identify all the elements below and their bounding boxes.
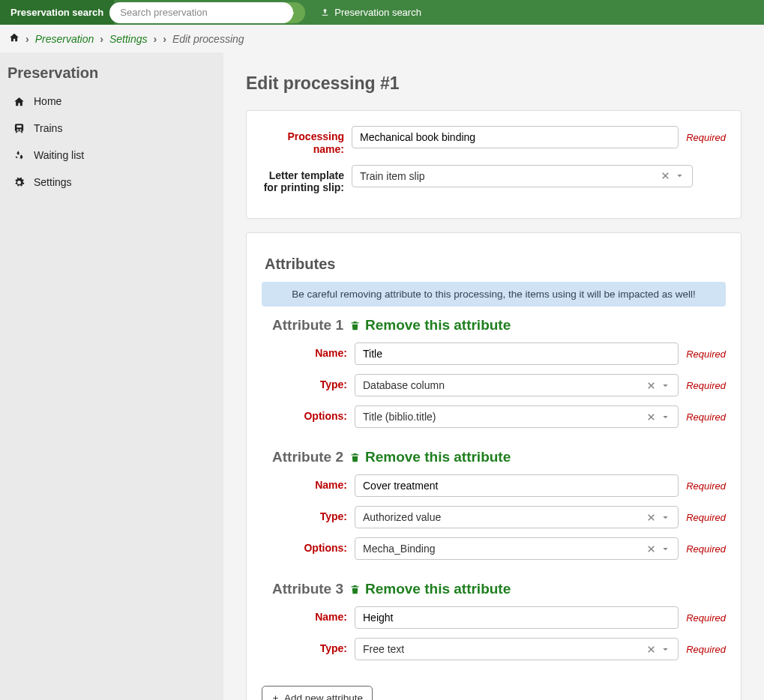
sidebar-item-waiting-list[interactable]: Waiting list	[0, 142, 223, 169]
close-icon[interactable]	[646, 381, 656, 390]
attribute-name-input[interactable]	[355, 474, 679, 497]
required-text: Required	[686, 380, 726, 391]
attributes-heading: Attributes	[265, 256, 726, 273]
sidebar-item-label: Home	[34, 95, 61, 107]
label-name: Name:	[272, 474, 355, 492]
attribute-type-select[interactable]: Authorized value	[355, 506, 679, 528]
attribute-heading: Attribute 1	[272, 317, 343, 334]
preservation-search-link-label: Preservation search	[334, 7, 421, 18]
attribute-form: Name: Required Type: Free text	[272, 606, 726, 660]
close-icon[interactable]	[661, 171, 670, 181]
sidebar-title: Preservation	[0, 64, 223, 88]
plus-icon	[271, 694, 280, 700]
letter-template-select[interactable]: Train item slip	[352, 165, 693, 187]
home-icon	[9, 32, 19, 43]
breadcrumb-sep: ›	[154, 33, 157, 45]
remove-attribute-link[interactable]: Remove this attribute	[349, 317, 511, 334]
breadcrumb-settings-link[interactable]: Settings	[109, 33, 148, 45]
panel-basic: Processing name: Required Letter templat…	[246, 110, 742, 219]
label-processing-name: Processing name:	[262, 126, 352, 156]
sidebar-item-label: Waiting list	[34, 149, 84, 161]
breadcrumb-current: Edit processing	[172, 33, 244, 45]
chevron-down-icon[interactable]	[661, 544, 670, 554]
select-value: Title (biblio.title)	[363, 411, 436, 423]
label-letter-template: Letter template for printing slip:	[262, 165, 352, 195]
gear-icon	[13, 177, 25, 188]
required-text: Required	[686, 132, 726, 143]
required-text: Required	[686, 349, 726, 360]
label-type: Type:	[272, 374, 355, 391]
attribute-options-select[interactable]: Title (biblio.title)	[355, 405, 679, 428]
attribute-heading: Attribute 3	[272, 581, 343, 597]
sidebar-item-label: Trains	[34, 122, 62, 134]
attribute-form: Name: Required Type: Authorized value	[272, 474, 726, 560]
required-text: Required	[686, 480, 726, 492]
required-text: Required	[686, 644, 726, 655]
add-new-attribute-button[interactable]: Add new attribute	[262, 686, 373, 700]
breadcrumb-sep: ›	[163, 33, 166, 45]
remove-attribute-label: Remove this attribute	[365, 581, 511, 597]
breadcrumb-sep: ›	[25, 33, 29, 45]
chevron-down-icon[interactable]	[675, 171, 685, 181]
attribute-title: Attribute 2 Remove this attribute	[272, 449, 726, 465]
sidebar-item-trains[interactable]: Trains	[0, 115, 223, 142]
close-icon[interactable]	[646, 544, 656, 554]
attribute-form: Name: Required Type: Database column	[272, 343, 726, 428]
close-icon[interactable]	[646, 513, 656, 522]
trash-icon	[349, 320, 361, 331]
attribute-title: Attribute 3 Remove this attribute	[272, 581, 726, 597]
close-icon[interactable]	[646, 412, 656, 422]
required-text: Required	[686, 512, 726, 523]
select-value: Train item slip	[360, 170, 425, 182]
sidebar: Preservation Home Trains Waiting list Se…	[0, 52, 223, 700]
chevron-down-icon[interactable]	[661, 645, 670, 654]
breadcrumb-sep: ›	[100, 33, 103, 45]
required-text: Required	[686, 543, 726, 555]
attribute-name-input[interactable]	[355, 606, 679, 629]
remove-attribute-label: Remove this attribute	[365, 449, 511, 465]
train-icon	[13, 123, 25, 134]
search-wrap	[109, 2, 293, 23]
close-icon[interactable]	[646, 645, 656, 654]
chevron-down-icon[interactable]	[661, 513, 670, 522]
label-options: Options:	[272, 537, 355, 555]
breadcrumb: › Preservation › Settings › › Edit proce…	[0, 25, 764, 52]
sidebar-item-home[interactable]: Home	[0, 88, 223, 115]
panel-attributes: Attributes Be careful removing attribute…	[246, 232, 742, 700]
preservation-search-link[interactable]: Preservation search	[320, 7, 421, 18]
attribute-options-select[interactable]: Mecha_Binding	[355, 537, 679, 560]
attribute-block: Attribute 3 Remove this attribute Name: …	[272, 581, 726, 660]
topbar: Preservation search Preservation search	[0, 0, 764, 25]
label-type: Type:	[272, 638, 355, 655]
trash-icon	[349, 584, 361, 595]
required-text: Required	[686, 411, 726, 423]
label-type: Type:	[272, 506, 355, 523]
remove-attribute-link[interactable]: Remove this attribute	[349, 449, 511, 465]
remove-attribute-link[interactable]: Remove this attribute	[349, 581, 511, 597]
remove-attribute-label: Remove this attribute	[365, 317, 511, 334]
attribute-block: Attribute 1 Remove this attribute Name: …	[272, 317, 726, 428]
label-name: Name:	[272, 606, 355, 624]
home-icon-link[interactable]	[9, 32, 19, 45]
attribute-type-select[interactable]: Database column	[355, 374, 679, 396]
label-name: Name:	[272, 343, 355, 360]
attribute-block: Attribute 2 Remove this attribute Name: …	[272, 449, 726, 560]
search-input[interactable]	[120, 7, 289, 18]
label-options: Options:	[272, 405, 355, 423]
attribute-type-select[interactable]: Free text	[355, 638, 679, 660]
attribute-name-input[interactable]	[355, 343, 679, 365]
chevron-down-icon[interactable]	[661, 412, 670, 422]
select-value: Mecha_Binding	[363, 543, 436, 555]
attribute-heading: Attribute 2	[272, 449, 343, 465]
select-value: Free text	[363, 643, 404, 655]
select-value: Database column	[363, 379, 445, 391]
chevron-down-icon[interactable]	[661, 381, 670, 390]
home-icon	[13, 96, 25, 107]
processing-name-input[interactable]	[352, 126, 679, 148]
breadcrumb-preservation-link[interactable]: Preservation	[35, 33, 94, 45]
topbar-label: Preservation search	[0, 0, 114, 25]
trash-icon	[349, 452, 361, 463]
recycle-icon	[13, 150, 25, 161]
select-value: Authorized value	[363, 511, 441, 523]
sidebar-item-settings[interactable]: Settings	[0, 169, 223, 196]
